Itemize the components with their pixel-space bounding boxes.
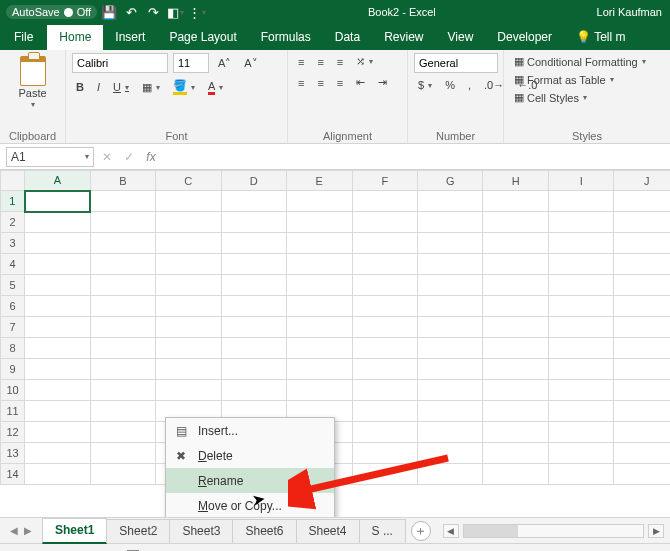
row-header-14[interactable]: 14 bbox=[1, 464, 25, 485]
cell[interactable] bbox=[352, 422, 417, 443]
cell[interactable] bbox=[352, 380, 417, 401]
cell[interactable] bbox=[156, 275, 221, 296]
tab-view[interactable]: View bbox=[436, 25, 486, 50]
align-right-button[interactable]: ≡ bbox=[333, 75, 347, 91]
cell[interactable] bbox=[614, 359, 670, 380]
cell[interactable] bbox=[614, 191, 670, 212]
cell[interactable] bbox=[287, 317, 352, 338]
align-center-button[interactable]: ≡ bbox=[313, 75, 327, 91]
grow-font-button[interactable]: A˄ bbox=[214, 55, 235, 72]
row-header-12[interactable]: 12 bbox=[1, 422, 25, 443]
cell[interactable] bbox=[221, 212, 286, 233]
row-header-7[interactable]: 7 bbox=[1, 317, 25, 338]
col-header-F[interactable]: F bbox=[352, 171, 417, 191]
cell[interactable] bbox=[548, 464, 613, 485]
cell[interactable] bbox=[25, 212, 90, 233]
tab-nav-prev[interactable]: ◀ bbox=[10, 525, 18, 536]
cell[interactable] bbox=[221, 233, 286, 254]
cell[interactable] bbox=[483, 233, 548, 254]
cell[interactable] bbox=[25, 464, 90, 485]
cell[interactable] bbox=[25, 443, 90, 464]
font-color-button[interactable]: A▾ bbox=[204, 78, 227, 97]
qat-icon-1[interactable]: ◧▾ bbox=[166, 3, 184, 21]
cell[interactable] bbox=[483, 338, 548, 359]
cell[interactable] bbox=[614, 401, 670, 422]
cell[interactable] bbox=[614, 443, 670, 464]
cell[interactable] bbox=[352, 338, 417, 359]
cell[interactable] bbox=[614, 464, 670, 485]
tab-insert[interactable]: Insert bbox=[103, 25, 157, 50]
currency-button[interactable]: $▾ bbox=[414, 77, 436, 93]
cell[interactable] bbox=[221, 380, 286, 401]
cell[interactable] bbox=[352, 464, 417, 485]
row-header-11[interactable]: 11 bbox=[1, 401, 25, 422]
ctx-move-copy[interactable]: Move or Copy... bbox=[166, 493, 334, 518]
cell[interactable] bbox=[156, 212, 221, 233]
cell[interactable] bbox=[25, 380, 90, 401]
cell[interactable] bbox=[417, 338, 482, 359]
cell[interactable] bbox=[90, 275, 155, 296]
cell[interactable] bbox=[90, 464, 155, 485]
number-format-combo[interactable] bbox=[414, 53, 498, 73]
font-name-combo[interactable] bbox=[72, 53, 168, 73]
tell-me[interactable]: 💡 Tell m bbox=[564, 25, 637, 50]
row-header-6[interactable]: 6 bbox=[1, 296, 25, 317]
cell[interactable] bbox=[417, 296, 482, 317]
cell[interactable] bbox=[90, 296, 155, 317]
cell[interactable] bbox=[90, 359, 155, 380]
cell[interactable] bbox=[25, 422, 90, 443]
scroll-left-button[interactable]: ◀ bbox=[443, 524, 459, 538]
cell[interactable] bbox=[352, 296, 417, 317]
cell[interactable] bbox=[352, 233, 417, 254]
col-header-H[interactable]: H bbox=[483, 171, 548, 191]
cell[interactable] bbox=[352, 191, 417, 212]
bold-button[interactable]: B bbox=[72, 79, 88, 95]
cell[interactable] bbox=[156, 380, 221, 401]
align-bottom-button[interactable]: ≡ bbox=[333, 54, 347, 70]
cell[interactable] bbox=[483, 254, 548, 275]
cell[interactable] bbox=[614, 212, 670, 233]
cell[interactable] bbox=[548, 254, 613, 275]
cell[interactable] bbox=[25, 254, 90, 275]
cell[interactable] bbox=[483, 380, 548, 401]
ctx-insert[interactable]: ▤Insert... bbox=[166, 418, 334, 443]
cell[interactable] bbox=[156, 254, 221, 275]
col-header-C[interactable]: C bbox=[156, 171, 221, 191]
row-header-2[interactable]: 2 bbox=[1, 212, 25, 233]
format-as-table-button[interactable]: ▦ Format as Table▾ bbox=[510, 71, 664, 88]
cell[interactable] bbox=[90, 401, 155, 422]
cell[interactable] bbox=[352, 317, 417, 338]
cell[interactable] bbox=[417, 317, 482, 338]
cell[interactable] bbox=[156, 233, 221, 254]
select-all-corner[interactable] bbox=[1, 171, 25, 191]
cell[interactable] bbox=[25, 338, 90, 359]
cell[interactable] bbox=[25, 233, 90, 254]
cell[interactable] bbox=[417, 401, 482, 422]
cell[interactable] bbox=[614, 275, 670, 296]
cell[interactable] bbox=[25, 275, 90, 296]
cell[interactable] bbox=[156, 296, 221, 317]
cell[interactable] bbox=[548, 233, 613, 254]
comma-button[interactable]: , bbox=[464, 77, 475, 93]
sheet-tab-6[interactable]: S ... bbox=[359, 519, 406, 543]
cell[interactable] bbox=[287, 212, 352, 233]
cell[interactable] bbox=[90, 422, 155, 443]
borders-button[interactable]: ▦▾ bbox=[138, 79, 164, 96]
cell[interactable] bbox=[483, 191, 548, 212]
cell[interactable] bbox=[221, 317, 286, 338]
cell-styles-button[interactable]: ▦ Cell Styles▾ bbox=[510, 89, 664, 106]
cell[interactable] bbox=[156, 359, 221, 380]
cell[interactable] bbox=[352, 275, 417, 296]
cell[interactable] bbox=[548, 359, 613, 380]
cell[interactable] bbox=[287, 338, 352, 359]
cell[interactable] bbox=[417, 275, 482, 296]
cell[interactable] bbox=[548, 296, 613, 317]
cancel-formula-button[interactable]: ✕ bbox=[96, 150, 118, 164]
sheet-tab-4[interactable]: Sheet6 bbox=[232, 519, 296, 543]
cell[interactable] bbox=[417, 443, 482, 464]
align-top-button[interactable]: ≡ bbox=[294, 54, 308, 70]
sheet-tab-1[interactable]: Sheet1 bbox=[42, 518, 107, 544]
cell[interactable] bbox=[287, 233, 352, 254]
cell[interactable] bbox=[90, 443, 155, 464]
cell[interactable] bbox=[483, 296, 548, 317]
